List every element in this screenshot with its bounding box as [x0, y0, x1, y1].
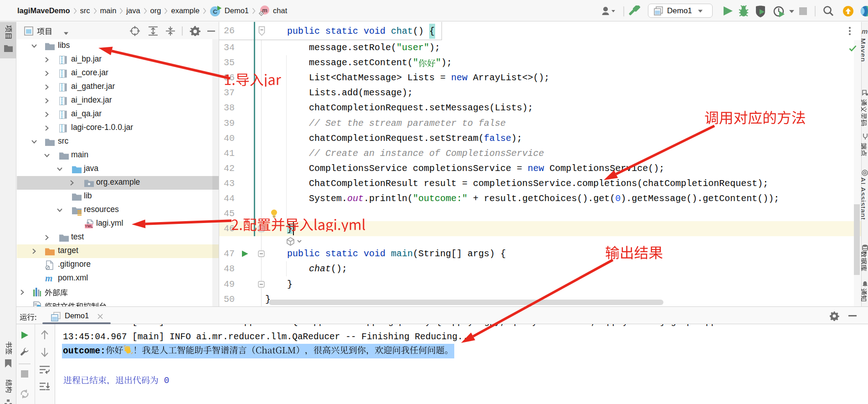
svg-text:C: C — [213, 8, 217, 15]
svg-text:YML: YML — [85, 224, 92, 228]
